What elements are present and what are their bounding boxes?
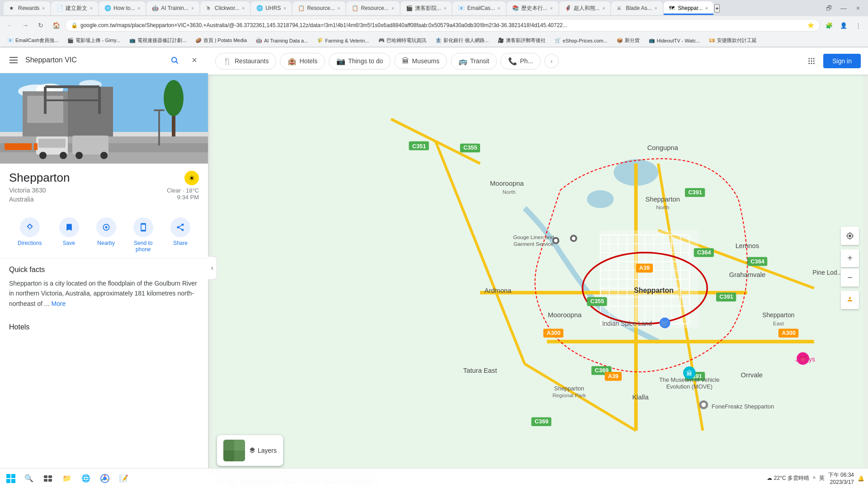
bookmark-aidata[interactable]: 🤖 AI Training Data a... bbox=[252, 37, 311, 44]
save-button[interactable]: Save bbox=[59, 217, 79, 253]
reload-btn[interactable]: ↻ bbox=[34, 19, 47, 32]
profile-btn[interactable]: 👤 bbox=[837, 19, 850, 32]
menu-btn[interactable]: ⋮ bbox=[852, 19, 864, 32]
zoom-in-btn[interactable]: + bbox=[841, 249, 859, 267]
extensions-btn[interactable]: 🧩 bbox=[823, 19, 835, 32]
zoom-out-btn[interactable]: − bbox=[841, 268, 859, 286]
address-bar[interactable]: 🔒 google.com.tw/maps/place/Shepparton+VI… bbox=[65, 19, 820, 32]
svg-text:East: East bbox=[773, 320, 784, 327]
things-to-do-filter-btn[interactable]: 📷 Things to do bbox=[329, 53, 391, 70]
tab-res2[interactable]: 📋 Resource... × bbox=[346, 1, 399, 15]
bookmark-bahamut[interactable]: 🎮 巴哈姆特電玩資訊 bbox=[375, 36, 430, 45]
svg-point-156 bbox=[103, 477, 107, 480]
tab-label-rewards: Rewards bbox=[18, 5, 39, 11]
forward-btn[interactable]: → bbox=[19, 19, 32, 32]
bookmark-emailcash[interactable]: 📧 EmailCash會員強... bbox=[4, 36, 62, 45]
bookmark-tv[interactable]: 📺 電視連接器修訂計劃... bbox=[126, 36, 190, 45]
taskbar-taskview[interactable] bbox=[39, 469, 57, 488]
taskbar-chrome[interactable] bbox=[96, 469, 114, 488]
location-header-row: Shepparton Victoria 3630 Australia ☀ Cle… bbox=[9, 171, 199, 205]
bookmark-changhua[interactable]: 🏦 影化銀行 個人網路... bbox=[432, 36, 492, 45]
clear-search-btn[interactable] bbox=[186, 52, 203, 68]
bookmark-eshop[interactable]: 🛒 eShop-Prices.com... bbox=[551, 37, 611, 44]
new-tab-button[interactable]: + bbox=[714, 4, 720, 13]
taskbar-word[interactable]: 📝 bbox=[115, 469, 133, 488]
tab-super[interactable]: 🦸 超人和熊... × bbox=[559, 1, 611, 15]
bookmark-hideout[interactable]: 📺 HideoutTV - Watc... bbox=[645, 37, 704, 44]
tab-history[interactable]: 📚 歷史本行... × bbox=[507, 1, 558, 15]
taskbar-up-arrow[interactable]: ^ bbox=[813, 475, 816, 482]
my-location-btn[interactable] bbox=[841, 227, 859, 245]
weather-condition: Clear · 18°C bbox=[167, 187, 199, 194]
hamburger-btn[interactable] bbox=[5, 52, 22, 68]
taskbar-notification[interactable]: 🔔 bbox=[858, 475, 864, 482]
directions-label: Directions bbox=[18, 240, 42, 246]
tab-label-howto: How to... bbox=[113, 5, 135, 11]
svg-text:C369: C369 bbox=[535, 418, 549, 425]
share-button[interactable]: Share bbox=[170, 217, 190, 253]
directions-button[interactable]: Directions bbox=[18, 217, 42, 253]
bookmark-fen[interactable]: 📦 新分貨 bbox=[613, 36, 643, 45]
bookmark-tangke[interactable]: 🎥 澳客影評郵寄後社 bbox=[494, 36, 549, 45]
svg-point-131 bbox=[572, 237, 576, 240]
svg-point-40 bbox=[813, 61, 815, 62]
google-apps-btn[interactable] bbox=[803, 53, 820, 69]
layers-btn[interactable]: Layers bbox=[217, 435, 283, 466]
collapse-panel-btn[interactable]: ‹ bbox=[208, 256, 217, 280]
tab-clickwork[interactable]: 🖱 Clickwor... × bbox=[200, 1, 250, 15]
bookmark-farming[interactable]: 🌾 Farming & Veterin... bbox=[313, 37, 373, 44]
restaurants-filter-btn[interactable]: 🍴 Restaurants bbox=[215, 53, 276, 70]
svg-point-41 bbox=[808, 63, 810, 64]
tab-label-res1: Resource... bbox=[307, 5, 335, 11]
nearby-button[interactable]: Nearby bbox=[96, 217, 116, 253]
search-input[interactable] bbox=[25, 51, 163, 69]
bookmark-gimy[interactable]: 🎬 電影場上傳 - Gimy... bbox=[64, 36, 124, 45]
close-window-btn[interactable]: × bbox=[852, 2, 864, 14]
map-area[interactable]: 🍴 Restaurants 🏨 Hotels 📷 Things to do 🏛 … bbox=[208, 47, 868, 488]
search-button[interactable] bbox=[166, 52, 183, 68]
tab-tang[interactable]: 🎬 澳客影院... × bbox=[401, 1, 452, 15]
hotels-filter-btn[interactable]: 🏨 Hotels bbox=[280, 53, 325, 70]
windows-start-btn[interactable] bbox=[4, 471, 18, 486]
send-to-phone-button[interactable]: Send to phone bbox=[133, 217, 153, 253]
more-link[interactable]: More bbox=[51, 300, 66, 307]
svg-rect-23 bbox=[38, 139, 66, 148]
museums-filter-btn[interactable]: 🏛 Museums bbox=[394, 53, 447, 69]
tab-create[interactable]: 📄 建立新文 × bbox=[51, 1, 98, 15]
tab-close-rewards[interactable]: × bbox=[42, 6, 45, 11]
bookmark-potato[interactable]: 🥔 首頁 | Potato Media bbox=[192, 36, 250, 45]
tab-rewards[interactable]: ★ Rewards × bbox=[4, 1, 50, 15]
svg-rect-141 bbox=[223, 450, 234, 461]
svg-text:Grahamvale: Grahamvale bbox=[729, 271, 765, 278]
svg-text:C391: C391 bbox=[719, 293, 733, 300]
svg-text:Indian Spice Land: Indian Spice Land bbox=[602, 320, 652, 327]
tab-blade[interactable]: ⚔ Blade As... × bbox=[611, 1, 662, 15]
svg-point-3 bbox=[172, 57, 177, 62]
taskbar-file-explorer[interactable]: 📁 bbox=[58, 469, 76, 488]
tab-howto[interactable]: 🌐 How to... × bbox=[99, 1, 146, 15]
taskbar-right: ☁ 22°C 多雲時晴 ^ 英 下午 06:34 2023/3/17 🔔 bbox=[767, 471, 864, 485]
map-svg-container[interactable]: C351 C355 C391 A39 C364 C391 C355 bbox=[208, 75, 868, 488]
tab-uhrs[interactable]: 🌐 UHRS × bbox=[251, 1, 292, 15]
taskbar-edge[interactable]: 🌐 bbox=[77, 469, 95, 488]
svg-point-19 bbox=[164, 80, 184, 116]
taskbar-search[interactable]: 🔍 bbox=[20, 469, 38, 488]
sign-in-button[interactable]: Sign in bbox=[823, 54, 861, 68]
tab-email[interactable]: 📧 EmailCas... × bbox=[453, 1, 505, 15]
street-view-btn[interactable] bbox=[841, 291, 859, 309]
ph-filter-btn[interactable]: 📞 Ph... bbox=[500, 53, 541, 70]
tab-maps[interactable]: 🗺 Sheppar... × bbox=[664, 1, 714, 15]
tab-ai[interactable]: 🤖 AI Trainin... × bbox=[146, 1, 199, 15]
svg-text:Kialla: Kialla bbox=[632, 394, 649, 401]
back-btn[interactable]: ← bbox=[4, 19, 16, 32]
transit-filter-btn[interactable]: 🚌 Transit bbox=[451, 53, 497, 70]
svg-rect-147 bbox=[6, 474, 10, 478]
bookmark-remit[interactable]: 💴 安捷匯款付計工延 bbox=[705, 36, 760, 45]
minimize-btn[interactable]: — bbox=[837, 2, 850, 14]
restore-window-btn[interactable]: 🗗 bbox=[823, 2, 835, 14]
more-filters-btn[interactable]: › bbox=[544, 54, 559, 68]
tab-res1[interactable]: 📋 Resource... × bbox=[292, 1, 345, 15]
svg-point-25 bbox=[60, 152, 67, 159]
home-btn[interactable]: 🏠 bbox=[50, 19, 62, 32]
svg-rect-151 bbox=[44, 475, 47, 478]
